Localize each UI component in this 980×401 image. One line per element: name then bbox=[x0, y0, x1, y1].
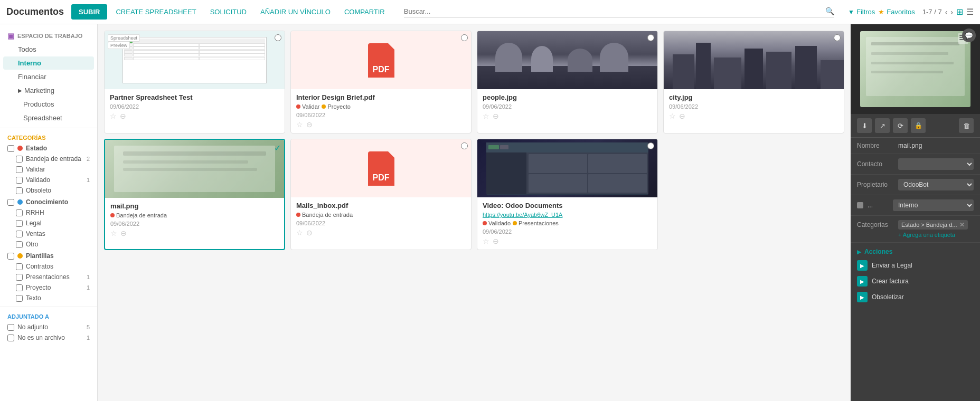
card-body: mail.png Bandeja de entrada 09/06/2022 ☆… bbox=[105, 198, 284, 242]
card-video[interactable]: Video: Odoo Documents https://youtu.be/A… bbox=[477, 139, 658, 250]
upload-button[interactable]: SUBIR bbox=[71, 4, 107, 20]
card-select-3[interactable] bbox=[647, 34, 654, 41]
plantillas-checkbox[interactable] bbox=[7, 253, 14, 260]
rp-workspace-select[interactable]: Interno bbox=[893, 199, 974, 211]
card-fav-2[interactable]: ☆ bbox=[296, 120, 303, 129]
card-body: Video: Odoo Documents https://youtu.be/A… bbox=[477, 197, 657, 250]
sidebar-item-financiar[interactable]: Financiar bbox=[3, 70, 94, 83]
card-title: Partner Spreadsheet Test bbox=[110, 93, 279, 101]
lock-button[interactable]: 🔒 bbox=[911, 118, 926, 133]
card-menu-5[interactable]: ⊖ bbox=[120, 229, 127, 237]
sidebar-item-validar[interactable]: Validar bbox=[0, 164, 97, 175]
card-menu-2[interactable]: ⊖ bbox=[306, 120, 313, 129]
card-select-7[interactable] bbox=[647, 142, 654, 149]
rp-tag-remove[interactable]: ✕ bbox=[959, 221, 965, 228]
card-date: 09/06/2022 bbox=[110, 221, 279, 227]
sidebar-item-texto[interactable]: Texto bbox=[0, 293, 97, 303]
sidebar-item-legal[interactable]: Legal bbox=[0, 218, 97, 228]
share-doc-button[interactable]: ↗ bbox=[875, 118, 890, 133]
rp-categories-label: Categorías bbox=[857, 220, 894, 228]
filters-button[interactable]: ▼ Filtros bbox=[848, 8, 875, 16]
card-thumb-pdf: PDF bbox=[291, 31, 471, 89]
estado-header: Estado bbox=[0, 143, 97, 154]
card-select-1[interactable] bbox=[275, 34, 281, 41]
sidebar-item-proyecto[interactable]: Proyecto 1 bbox=[0, 282, 97, 293]
card-title: city.jpg bbox=[669, 93, 838, 101]
card-select-6[interactable] bbox=[461, 142, 468, 149]
card-select-2[interactable] bbox=[461, 34, 468, 41]
card-menu-7[interactable]: ⊖ bbox=[493, 237, 499, 245]
estado-checkbox[interactable] bbox=[7, 145, 14, 152]
spreadsheet-thumb-label2: Preview bbox=[110, 43, 127, 48]
sidebar-item-interno[interactable]: Interno bbox=[3, 56, 94, 70]
card-mails-inbox[interactable]: PDF Mails_inbox.pdf Bandeja de entrada 0… bbox=[290, 139, 472, 250]
favorites-button[interactable]: ★ Favoritos bbox=[878, 8, 915, 16]
grid-view-button[interactable]: ⊞ bbox=[956, 7, 963, 17]
sidebar-item-otro[interactable]: Otro bbox=[0, 239, 97, 250]
card-select-4[interactable] bbox=[834, 34, 841, 41]
sidebar-item-ventas[interactable]: Ventas bbox=[0, 228, 97, 239]
star-icon: ★ bbox=[878, 8, 884, 16]
sidebar-item-marketing[interactable]: ▶ Marketing bbox=[3, 84, 94, 97]
card-mail[interactable]: ✓ mail.png Bandeja de entrada 09/06/2022… bbox=[104, 139, 285, 250]
sidebar-item-no-adjunto[interactable]: No adjunto 5 bbox=[0, 322, 97, 332]
conocimiento-checkbox[interactable] bbox=[7, 199, 14, 206]
card-interior-design[interactable]: PDF Interior Design Brief.pdf Validar Pr… bbox=[290, 31, 472, 133]
card-fav-7[interactable]: ☆ bbox=[483, 237, 489, 245]
sidebar-item-productos[interactable]: Productos bbox=[3, 98, 94, 111]
card-menu-6[interactable]: ⊖ bbox=[306, 228, 313, 237]
next-page-button[interactable]: › bbox=[950, 8, 953, 16]
add-link-button[interactable]: AÑADIR UN VÍNCULO bbox=[255, 5, 336, 19]
download-button[interactable]: ⬇ bbox=[857, 118, 872, 133]
content-area: Spreadsheet Preview Partner Spreadsheet … bbox=[98, 24, 851, 401]
solicitud-button[interactable]: SOLICITUD bbox=[205, 5, 252, 19]
create-spreadsheet-button[interactable]: CREATE SPREADSHEET bbox=[110, 5, 201, 19]
rp-add-tag-btn[interactable]: + Agrega una etiqueta bbox=[898, 232, 974, 238]
rp-contact-select[interactable] bbox=[898, 158, 974, 170]
sidebar-item-contratos[interactable]: Contratos bbox=[0, 261, 97, 272]
sidebar-item-bandeja[interactable]: Bandeja de entrada 2 bbox=[0, 154, 97, 164]
card-partner-spreadsheet[interactable]: Spreadsheet Preview Partner Spreadsheet … bbox=[104, 31, 285, 133]
sidebar-item-validado[interactable]: Validado 1 bbox=[0, 175, 97, 185]
rp-action-factura[interactable]: ▶ Crear factura bbox=[851, 273, 980, 289]
rp-owner-select[interactable]: OdooBot bbox=[898, 179, 974, 190]
chat-button[interactable]: 💬 bbox=[962, 28, 976, 42]
rp-action-enviar[interactable]: ▶ Enviar a Legal bbox=[851, 257, 980, 273]
card-menu-3[interactable]: ⊖ bbox=[493, 112, 499, 120]
workspace-section-title: ▣ ESPACIO DE TRABAJO bbox=[0, 28, 97, 42]
card-body: Partner Spreadsheet Test 09/06/2022 ☆ ⊖ bbox=[105, 89, 285, 125]
pagination-text: 1-7 / 7 bbox=[922, 8, 942, 16]
plantillas-header: Plantillas bbox=[0, 250, 97, 261]
card-date: 09/06/2022 bbox=[483, 103, 652, 110]
card-fav-5[interactable]: ☆ bbox=[110, 229, 117, 237]
card-people[interactable]: people.jpg 09/06/2022 ☆ ⊖ bbox=[477, 31, 658, 133]
rp-action-obsoletizar-label: Obsoletizar bbox=[872, 293, 904, 301]
card-title: Video: Odoo Documents bbox=[483, 202, 652, 209]
search-icon[interactable]: 🔍 bbox=[825, 7, 834, 15]
search-input[interactable] bbox=[404, 6, 825, 16]
card-fav-3[interactable]: ☆ bbox=[483, 112, 489, 120]
refresh-button[interactable]: ⟳ bbox=[893, 118, 908, 133]
card-fav-4[interactable]: ☆ bbox=[669, 112, 676, 120]
cards-grid: Spreadsheet Preview Partner Spreadsheet … bbox=[104, 31, 844, 250]
rp-action-obsoletizar[interactable]: ▶ Obsoletizar bbox=[851, 289, 980, 305]
sidebar-item-obsoleto[interactable]: Obsoleto bbox=[0, 185, 97, 196]
sidebar-item-spreadsheet[interactable]: Spreadsheet bbox=[3, 111, 94, 125]
trash-button[interactable]: 🗑 bbox=[959, 118, 974, 133]
card-menu-4[interactable]: ⊖ bbox=[679, 112, 685, 120]
rp-name-field: Nombre mail.png bbox=[851, 138, 980, 154]
sidebar-item-rrhh[interactable]: RRHH bbox=[0, 207, 97, 218]
card-thumb-city bbox=[664, 31, 844, 89]
sidebar-item-todos[interactable]: Todos bbox=[3, 43, 94, 56]
share-button[interactable]: COMPARTIR bbox=[339, 5, 390, 19]
card-menu-1[interactable]: ⊖ bbox=[120, 112, 126, 120]
sidebar-item-no-archivo[interactable]: No es un archivo 1 bbox=[0, 332, 97, 343]
card-city[interactable]: city.jpg 09/06/2022 ☆ ⊖ bbox=[663, 31, 844, 133]
sidebar-item-presentaciones[interactable]: Presentaciones 1 bbox=[0, 272, 97, 282]
list-view-button[interactable]: ☰ bbox=[966, 7, 974, 17]
card-fav-1[interactable]: ☆ bbox=[110, 112, 117, 120]
card-fav-6[interactable]: ☆ bbox=[296, 228, 303, 237]
card-link[interactable]: https://youtu.be/Ayab6wZ_U1A bbox=[483, 212, 652, 218]
card-thumb-video bbox=[477, 139, 657, 197]
prev-page-button[interactable]: ‹ bbox=[945, 8, 948, 16]
